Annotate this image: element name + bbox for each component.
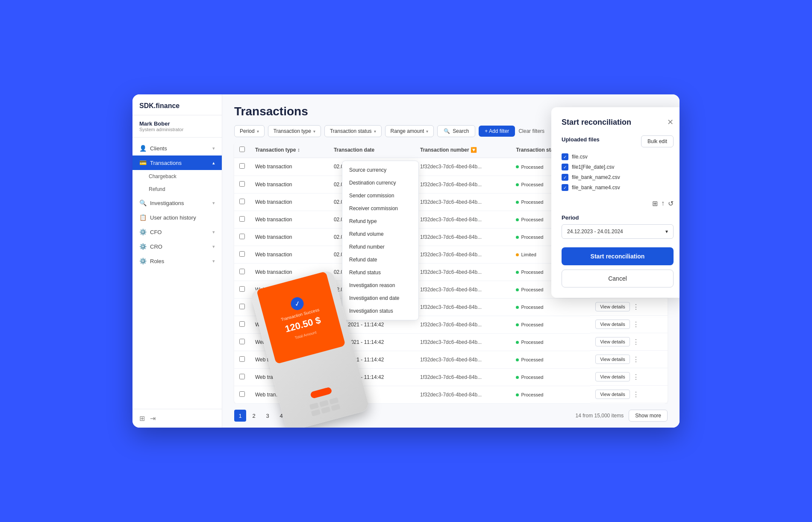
refresh-icon[interactable]: ↺ [668,199,674,208]
row-checkbox[interactable] [239,269,245,274]
row-checkbox-cell [234,263,250,281]
view-details-button[interactable]: View details [595,302,630,311]
status-dot [516,253,519,256]
download-icon[interactable]: ↑ [661,199,665,208]
chevron-down-icon: ▾ [212,244,215,249]
sidebar-item-investigations[interactable]: 🔍 Investigations ▾ [132,196,222,210]
row-checkbox[interactable] [239,339,245,344]
sidebar-subitem-refund[interactable]: Refund [132,183,222,196]
row-checkbox[interactable] [239,216,245,222]
row-number: 1f32dec3-7dc6-4bed-84b... [415,316,511,333]
dropdown-item-refund-status[interactable]: Refund status [342,266,418,279]
close-icon[interactable]: ✕ [667,117,674,127]
view-details-button[interactable]: View details [595,372,630,381]
row-checkbox[interactable] [239,199,245,204]
row-checkbox[interactable] [239,181,245,187]
row-date: 02.06.2021 - 11:14:42 [329,351,415,368]
add-filter-button[interactable]: + Add filter [479,126,515,137]
dropdown-item-refund-volume[interactable]: Refund volume [342,228,418,240]
column-filter-dropdown: Source currency Destination currency Sen… [342,161,419,320]
more-options-icon[interactable]: ⋮ [633,355,639,364]
row-actions: View details ⋮ [590,386,668,403]
sidebar-item-clients[interactable]: 👤 Clients ▾ [132,141,222,155]
view-details-button[interactable]: View details [595,337,630,346]
start-reconciliation-button[interactable]: Start reconciliation [562,247,674,265]
cancel-button[interactable]: Cancel [562,270,674,287]
more-options-icon[interactable]: ⋮ [633,373,639,381]
table-row: Web tran... 02.06... 1f32dec3-7dc6-4bed-… [234,386,668,403]
status-badge: Processed [516,340,543,345]
page-3[interactable]: 3 [262,410,274,422]
dropdown-item-source-currency[interactable]: Source currency [342,164,418,176]
row-checkbox[interactable] [239,286,245,292]
row-checkbox-cell [234,246,250,263]
dropdown-item-investigation-status[interactable]: Investigation status [342,305,418,317]
transaction-type-filter[interactable]: Transaction type ▾ [268,125,321,137]
sidebar-subitem-chargeback[interactable]: Chargeback [132,170,222,183]
transaction-status-filter[interactable]: Transaction status ▾ [324,125,382,137]
sidebar-item-roles[interactable]: ⚙️ Roles ▾ [132,254,222,268]
row-status: Processed [511,298,590,316]
page-1[interactable]: 1 [234,410,246,422]
file-checkbox-4[interactable]: ✓ [562,184,568,191]
sidebar-item-cro-label: CRO [150,243,162,250]
more-options-icon[interactable]: ⋮ [633,390,639,399]
row-number: 1f32dec3-7dc6-4bed-84b... [415,228,511,246]
file-checkbox-2[interactable]: ✓ [562,164,568,170]
dropdown-item-investigation-reason[interactable]: Investigation reason [342,279,418,292]
range-amount-filter[interactable]: Range amount ▾ [385,125,434,137]
sidebar-item-user-action-history[interactable]: 📋 User action history [132,210,222,225]
select-all-checkbox[interactable] [239,147,245,152]
bulk-edit-button[interactable]: Bulk edit [641,135,674,147]
more-options-icon[interactable]: ⋮ [633,303,639,311]
page-numbers: 1 2 3 4 [234,410,287,422]
chevron-down-icon: ▾ [665,229,668,235]
more-options-icon[interactable]: ⋮ [633,338,639,346]
grid-icon[interactable]: ⊞ [652,199,658,208]
sidebar-item-cfo[interactable]: ⚙️ CFO ▾ [132,225,222,239]
page-4[interactable]: 4 [275,410,287,422]
row-checkbox[interactable] [239,356,245,362]
view-details-button[interactable]: View details [595,320,630,329]
row-type: Web transaction [250,316,329,333]
status-badge: Processed [516,270,543,275]
sidebar-item-clients-label: Clients [150,145,167,152]
sidebar-item-transactions[interactable]: 💳 Transactions ▴ [132,155,222,170]
logout-icon[interactable]: ⇥ [150,414,156,422]
dropdown-item-refund-date[interactable]: Refund date [342,253,418,266]
more-options-icon[interactable]: ⋮ [633,320,639,328]
clear-filters-button[interactable]: Clear filters [518,128,544,134]
dropdown-item-refund-type[interactable]: Refund type [342,215,418,228]
table-row: Web transaction 02.06.2021 - 11:14:42 1f… [234,368,668,386]
file-checkbox-1[interactable]: ✓ [562,153,568,160]
dropdown-item-destination-currency[interactable]: Destination currency [342,176,418,189]
status-dot [516,165,519,168]
row-checkbox[interactable] [239,163,245,169]
period-select[interactable]: 24.12.2023 - 24.01.2024 ▾ [562,224,674,239]
investigations-icon: 🔍 [139,199,147,206]
row-checkbox[interactable] [239,304,245,309]
row-checkbox[interactable] [239,391,245,397]
row-checkbox[interactable] [239,234,245,239]
row-checkbox[interactable] [239,374,245,379]
period-filter[interactable]: Period ▾ [234,125,265,137]
page-2[interactable]: 2 [248,410,260,422]
status-dot [516,376,519,379]
view-details-button[interactable]: View details [595,355,630,364]
dropdown-item-refund-number[interactable]: Refund number [342,240,418,253]
dropdown-item-investigation-end-date[interactable]: Investigation end date [342,292,418,305]
dropdown-item-sender-commission[interactable]: Sender commission [342,189,418,202]
file-name-1: file.csv [572,154,588,160]
status-dot [516,306,519,309]
view-details-button[interactable]: View details [595,390,630,399]
search-button[interactable]: 🔍 Search [437,125,475,137]
sidebar-item-cro[interactable]: ⚙️ CRO ▾ [132,239,222,254]
show-more-button[interactable]: Show more [629,410,668,422]
file-checkbox-3[interactable]: ✓ [562,174,568,181]
row-checkbox[interactable] [239,251,245,257]
dropdown-item-receiver-commission[interactable]: Receiver commission [342,202,418,215]
settings-icon[interactable]: ⊞ [139,414,145,422]
row-checkbox[interactable] [239,321,245,327]
chevron-down-icon: ▾ [212,146,215,151]
select-all-column [234,142,250,158]
